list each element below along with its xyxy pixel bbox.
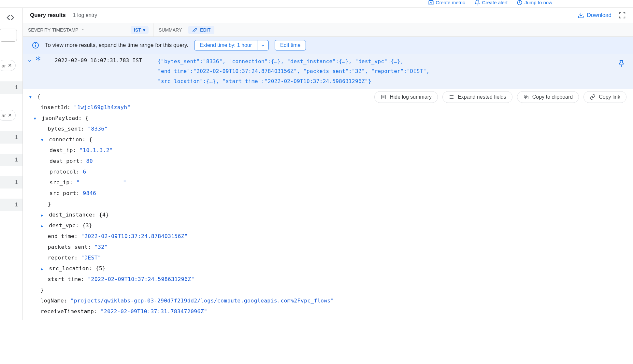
entry-count: 1 log entry [73, 12, 97, 18]
results-title: Query results [30, 12, 66, 19]
download-button[interactable]: Download [578, 12, 611, 19]
top-actions-bar: Create metric Create alert Jump to now [0, 0, 633, 8]
link-icon [590, 94, 596, 100]
close-icon[interactable]: ✕ [8, 63, 12, 68]
json-row[interactable]: logName: "projects/qwiklabs-gcp-03-290d7… [29, 295, 628, 306]
protocol-value: 6 [83, 169, 86, 175]
results-header: Query results 1 log entry Download [23, 8, 633, 23]
columns-header: SEVERITY TIMESTAMP ↑ IST ▾ SUMMARY EDIT [23, 23, 633, 37]
json-row[interactable]: start_time: "2022-02-09T10:37:24.5986312… [29, 274, 628, 285]
caret-right-icon[interactable] [41, 263, 46, 274]
filter-chip-2-label: ar [2, 113, 6, 118]
json-row[interactable]: } [29, 199, 628, 209]
copy-link-button[interactable]: Copy link [583, 91, 626, 103]
col-summary[interactable]: SUMMARY [153, 27, 182, 33]
json-row[interactable]: dest_ip: "10.1.3.2" [29, 145, 628, 156]
json-row[interactable]: src_ip: " " [29, 177, 628, 188]
collapse-icon[interactable] [27, 57, 32, 63]
pin-icon [617, 60, 625, 67]
expand-nested-label: Expand nested fields [458, 94, 506, 100]
edit-time-button[interactable]: Edit time [275, 40, 306, 50]
logname-value: projects/qwiklabs-gcp-03-290d7f219dd2/lo… [74, 298, 331, 304]
copy-clipboard-button[interactable]: Copy to clipboard [517, 91, 579, 103]
json-row[interactable]: dest_vpc: {3} [29, 220, 628, 231]
caret-right-icon[interactable] [41, 209, 46, 220]
log-timestamp: 2022-02-09 16:07:31.783 IST [44, 57, 152, 63]
svg-point-5 [36, 44, 36, 44]
caret-down-icon[interactable] [41, 134, 46, 145]
json-row[interactable]: src_location: {5} [29, 263, 628, 274]
json-row[interactable]: src_port: 9846 [29, 188, 628, 199]
timezone-select[interactable]: IST ▾ [131, 26, 149, 34]
end-time-value: 2022-02-09T10:37:24.878403156Z [84, 233, 184, 239]
close-icon[interactable]: ✕ [8, 112, 12, 118]
facet-count: 1 [0, 154, 22, 166]
summary-line: "src_location":{…}, "start_time":"2022-0… [158, 77, 608, 86]
json-row[interactable]: } [29, 285, 628, 295]
reporter-value: DEST [84, 255, 98, 261]
json-row[interactable]: receiveTimestamp: "2022-02-09T10:37:31.7… [29, 306, 628, 317]
filter-chip-2[interactable]: ar ✕ [0, 110, 16, 121]
create-metric-link[interactable]: Create metric [428, 0, 465, 6]
src-location-count: 5 [99, 265, 102, 272]
log-entry-row[interactable]: * 2022-02-09 16:07:31.783 IST {"bytes_se… [23, 54, 633, 89]
side-box [0, 29, 17, 42]
fullscreen-icon [619, 12, 626, 19]
info-icon [32, 42, 39, 49]
src-ip-value [79, 179, 83, 186]
dest-instance-count: 4 [102, 212, 106, 218]
dest-ip-value: 10.1.3.2 [83, 147, 109, 153]
json-row[interactable]: end_time: "2022-02-09T10:37:24.878403156… [29, 231, 628, 242]
left-sidebar: ar ✕ 1 ar ✕ 1 1 1 1 [0, 8, 23, 320]
code-toggle-button[interactable] [3, 12, 18, 23]
json-row[interactable]: insertId: "1wjcl69g1h4zayh" [29, 102, 628, 113]
chevron-down-icon [261, 43, 265, 48]
json-row[interactable]: bytes_sent: "8336" [29, 123, 628, 134]
json-row[interactable]: connection: { [29, 134, 628, 145]
col-timestamp-label: TIMESTAMP [52, 27, 79, 33]
jump-to-now-link[interactable]: Jump to now [517, 0, 552, 6]
copy-clipboard-label: Copy to clipboard [532, 94, 573, 100]
edit-columns-button[interactable]: EDIT [188, 26, 214, 34]
log-detail: Hide log summary Expand nested fields Co… [23, 89, 633, 320]
create-metric-label: Create metric [436, 0, 465, 5]
json-row[interactable]: jsonPayload: { [29, 113, 628, 123]
create-alert-link[interactable]: Create alert [474, 0, 508, 6]
extend-time-button[interactable]: Extend time by: 1 hour [194, 40, 257, 50]
download-icon [578, 12, 584, 19]
fullscreen-button[interactable] [619, 12, 626, 19]
expand-nested-button[interactable]: Expand nested fields [442, 91, 512, 103]
caret-down-icon[interactable] [34, 113, 38, 123]
hide-summary-label: Hide log summary [390, 94, 432, 100]
banner-message: To view more results, expand the time ra… [45, 42, 188, 49]
time-range-banner: To view more results, expand the time ra… [23, 37, 633, 54]
jump-to-now-label: Jump to now [525, 0, 552, 5]
timezone-label: IST [134, 27, 141, 33]
json-row[interactable]: reporter: "DEST" [29, 252, 628, 263]
chevron-down-icon: ▾ [143, 27, 145, 33]
filter-chip-1[interactable]: ar ✕ [0, 60, 16, 71]
col-severity[interactable]: SEVERITY [27, 27, 52, 33]
hide-summary-button[interactable]: Hide log summary [374, 91, 438, 103]
json-tree: { insertId: "1wjcl69g1h4zayh" jsonPayloa… [27, 91, 628, 317]
dest-port-value: 80 [86, 158, 93, 164]
expand-icon [449, 94, 454, 100]
json-row[interactable]: packets_sent: "32" [29, 242, 628, 252]
json-row[interactable]: dest_port: 80 [29, 156, 628, 166]
col-timestamp[interactable]: TIMESTAMP ↑ IST ▾ [52, 26, 153, 34]
metric-icon [428, 0, 434, 6]
sort-asc-icon: ↑ [82, 27, 84, 33]
json-row[interactable]: dest_instance: {4} [29, 209, 628, 220]
code-icon [6, 13, 15, 22]
caret-right-icon[interactable] [41, 220, 46, 231]
json-row[interactable]: protocol: 6 [29, 166, 628, 177]
jump-icon [517, 0, 523, 6]
pin-button[interactable] [611, 57, 628, 68]
caret-down-icon[interactable] [29, 91, 34, 102]
log-summary: {"bytes_sent":"8336", "connection":{…}, … [155, 57, 608, 86]
alert-icon [474, 0, 480, 6]
copy-link-label: Copy link [599, 94, 620, 100]
summary-line: "end_time":"2022-02-09T10:37:24.87840315… [158, 66, 608, 76]
extend-time-dropdown[interactable] [257, 40, 269, 50]
insertId-value: 1wjcl69g1h4zayh [77, 104, 127, 110]
